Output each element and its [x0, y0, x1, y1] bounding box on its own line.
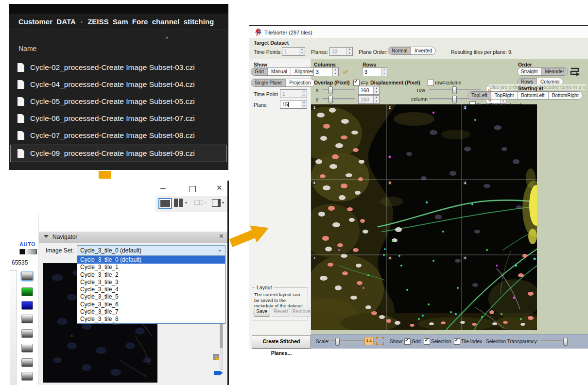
chevron-down-icon[interactable]: ▾: [222, 201, 224, 205]
dropdown-item[interactable]: Cycle_3_tile_6: [77, 301, 225, 308]
scrollbar-thumb[interactable]: [220, 320, 223, 348]
close-panel-icon[interactable]: ✕: [219, 233, 224, 240]
file-name: Cycle-07_processed-Create Image Subset-0…: [30, 131, 195, 140]
spinner-arrows-icon[interactable]: ▲▼: [301, 100, 307, 108]
time-point-spinner[interactable]: 1 ▲▼: [280, 89, 307, 98]
topright-button[interactable]: TopRight: [491, 92, 517, 99]
image-set-value: Cycle_3_tile_0 (default): [80, 247, 141, 254]
dropdown-item[interactable]: Cycle_3_tile_7: [77, 308, 225, 316]
selection-checkbox[interactable]: ✓: [424, 338, 430, 345]
dropdown-item[interactable]: Cycle_3_tile_8: [77, 316, 225, 323]
row-slider[interactable]: [429, 89, 481, 91]
camera-icon[interactable]: [214, 371, 221, 375]
overlap-x-spinner[interactable]: 160 ▲▼: [358, 86, 380, 95]
explorer-titlebar: [9, 4, 228, 14]
channel-button-gray[interactable]: [21, 358, 33, 367]
file-row[interactable]: Cycle-02_processed-Create Image Subset-0…: [11, 59, 226, 76]
spinner-arrows-icon[interactable]: ▲▼: [381, 68, 387, 76]
dropdown-item-selected[interactable]: Cycle_3_tile_0 (default): [77, 256, 225, 264]
save-button[interactable]: Save: [254, 308, 270, 317]
columns-spinner[interactable]: 3 ▲▼: [313, 67, 339, 76]
file-row[interactable]: Cycle-04_processed-Create Image Subset-0…: [11, 76, 226, 93]
overlap-link-checkbox[interactable]: ✓: [353, 80, 360, 86]
dropdown-item[interactable]: Cycle_3_tile_1: [77, 264, 225, 271]
sort-ascending-icon[interactable]: ⌃: [164, 36, 170, 43]
plane-order-toggle: Normal Inverted: [388, 47, 436, 55]
planes-spinner[interactable]: 33 ▲▼: [329, 47, 353, 56]
spinner-arrows-icon[interactable]: ▲▼: [332, 68, 338, 76]
channel-button-gray[interactable]: [21, 344, 33, 352]
spinner-arrows-icon[interactable]: ▲▼: [373, 86, 379, 94]
revert-button[interactable]: Revert: [272, 308, 290, 317]
flow-arrow-right-icon: [226, 216, 273, 255]
auto-contrast-button[interactable]: AUTO: [19, 241, 35, 247]
single-view-icon[interactable]: [158, 198, 172, 209]
file-row-selected[interactable]: Cycle-09_processed-Create Image Subset-0…: [11, 145, 226, 162]
plane-order-normal-button[interactable]: Normal: [388, 47, 411, 54]
image-set-combobox[interactable]: Cycle_3_tile_0 (default) ⌄: [77, 245, 225, 256]
auto-contrast-slider[interactable]: [19, 249, 37, 254]
file-row[interactable]: Cycle-07_processed-Create Image Subset-0…: [11, 127, 226, 144]
spinner-arrows-icon[interactable]: ▲▼: [299, 48, 305, 55]
remove-button[interactable]: Remove: [292, 308, 311, 317]
create-stitched-planes-button[interactable]: Create Stitched Planes...: [252, 335, 311, 349]
rows-spinner[interactable]: 3 ▲▼: [362, 67, 387, 76]
column-header-name[interactable]: Name: [18, 45, 36, 52]
breadcrumb-item-root[interactable]: Customer_DATA: [18, 17, 76, 26]
channel-button-gray-selected[interactable]: [21, 272, 33, 281]
split-view-icon[interactable]: [179, 199, 183, 207]
layout-view-icon[interactable]: [212, 199, 221, 207]
planes-label: Planes:: [311, 49, 328, 55]
channel-button-gray[interactable]: [21, 315, 33, 323]
show-grid-button[interactable]: Grid: [251, 68, 267, 75]
single-plane-button[interactable]: Single Plane: [251, 79, 285, 86]
time-points-spinner[interactable]: 1 ▲▼: [282, 47, 305, 56]
show-manual-button[interactable]: Manual: [267, 68, 291, 75]
add-to-stack-icon[interactable]: [213, 354, 219, 360]
bottomleft-button[interactable]: BottomLeft: [517, 92, 548, 99]
overlap-y-spinner[interactable]: 160 ▲▼: [358, 95, 380, 104]
file-icon: [17, 149, 24, 158]
tile-index-checkbox[interactable]: ✓: [454, 338, 460, 345]
grid-checkbox[interactable]: ✓: [404, 338, 411, 345]
channel-button-gray[interactable]: [21, 329, 33, 338]
dropdown-item[interactable]: Cycle_3_tile_2: [77, 271, 225, 279]
histogram-slider[interactable]: [10, 270, 17, 385]
fit-to-view-icon[interactable]: [376, 337, 384, 345]
close-icon[interactable]: ✕: [216, 184, 223, 191]
spinner-arrows-icon[interactable]: ▲▼: [301, 90, 307, 98]
dropdown-item[interactable]: Cycle_3_tile_5: [77, 293, 225, 301]
plane-spinner[interactable]: 15 ▲▼: [280, 100, 307, 109]
file-name: Cycle-02_processed-Create Image Subset-0…: [30, 63, 195, 72]
order-straight-button[interactable]: Straight: [518, 68, 541, 75]
spinner-arrows-icon[interactable]: ▲▼: [346, 48, 352, 55]
channel-button-gray[interactable]: [21, 372, 33, 381]
dropdown-item[interactable]: Cycle_3_tile_3: [77, 279, 225, 286]
swap-columns-rows-icon[interactable]: ⇄: [343, 69, 348, 75]
channel-button-blue[interactable]: [21, 301, 33, 310]
displacement-link-checkbox[interactable]: [428, 80, 434, 86]
minimize-icon[interactable]: ─: [160, 184, 166, 192]
overlap-y-slider[interactable]: [322, 98, 355, 100]
topleft-button[interactable]: TopLeft: [468, 92, 491, 99]
transparency-slider[interactable]: [540, 340, 569, 342]
maximize-icon[interactable]: [190, 186, 196, 192]
bottomright-button[interactable]: BottomRight: [548, 92, 582, 99]
channel-button-green[interactable]: [21, 287, 33, 296]
plane-order-inverted-button[interactable]: Inverted: [411, 47, 435, 54]
collapse-triangle-icon[interactable]: [44, 235, 49, 238]
split-view-icon[interactable]: [174, 199, 178, 207]
chevron-down-icon[interactable]: ▾: [185, 201, 187, 205]
order-meander-button[interactable]: Meander: [541, 68, 567, 75]
breadcrumb-item-folder[interactable]: ZEISS_Sam_Fore_channel_stitching: [87, 17, 214, 26]
overlap-x-slider[interactable]: [322, 89, 355, 91]
projection-button[interactable]: Projection: [285, 79, 314, 86]
tile-preview-image[interactable]: [311, 104, 537, 330]
dropdown-item[interactable]: Cycle_3_tile_4: [77, 286, 225, 293]
chevron-down-icon[interactable]: ⌄: [217, 246, 222, 253]
file-row[interactable]: Cycle-05_processed-Create Image Subset-0…: [11, 93, 226, 110]
zoom-100-button[interactable]: 1:1: [364, 337, 374, 345]
file-row[interactable]: Cycle-06_processed-Create Image Subset-0…: [11, 110, 226, 127]
screenshot-canvas: Customer_DATA › ZEISS_Sam_Fore_channel_s…: [0, 0, 588, 385]
spinner-arrows-icon[interactable]: ▲▼: [373, 96, 379, 103]
